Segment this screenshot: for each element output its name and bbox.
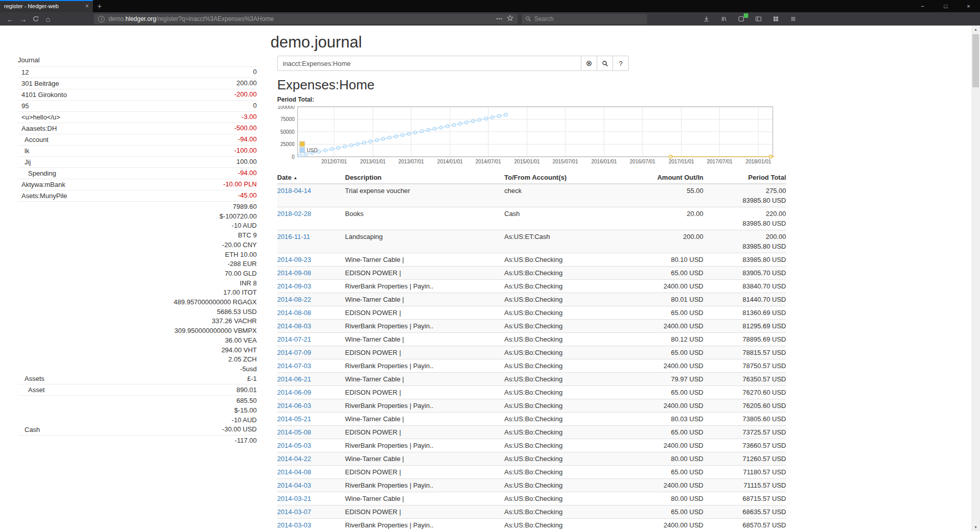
transaction-amount: 80.03 USD — [633, 413, 703, 426]
transaction-date-link[interactable]: 2014-05-21 — [277, 415, 311, 423]
transaction-date-link[interactable]: 2014-06-03 — [277, 402, 311, 409]
library-icon[interactable] — [718, 13, 730, 25]
account-balance: £-1 — [174, 374, 257, 384]
tab-bar: register - hledger-web × + − □ × — [0, 0, 980, 12]
account-balances: 685.50$-15.00-10 AUD-30.00 USD — [222, 396, 257, 435]
transaction-date-link[interactable]: 2014-07-03 — [277, 362, 311, 370]
sidebar-account-link[interactable]: Spending — [18, 168, 56, 178]
account-balances: -94.00 — [238, 168, 257, 178]
transaction-date-link[interactable]: 2014-08-08 — [277, 309, 311, 317]
account-balance: -94.00 — [238, 135, 257, 144]
sidebar-account-link[interactable]: Jij — [18, 157, 31, 167]
account-balances: 200.00 — [236, 79, 257, 88]
sidebar-account-link[interactable]: Account — [18, 135, 48, 144]
transaction-account: As:US:Bo:Checking — [504, 333, 633, 346]
sidebar-account-link[interactable]: Asets:MunyPile — [18, 191, 67, 201]
transaction-date-link[interactable]: 2014-05-08 — [277, 428, 311, 436]
transaction-date-link[interactable]: 2016-11-11 — [277, 233, 310, 240]
help-button[interactable]: ? — [613, 56, 629, 71]
extension-icon[interactable] — [735, 13, 748, 25]
svg-text:2018/01/01: 2018/01/01 — [746, 159, 771, 164]
sidebar-account-link[interactable]: Assets — [18, 374, 44, 383]
transaction-account: As:US:Bo:Checking — [504, 280, 633, 293]
scroll-up-arrow[interactable]: ▲ — [971, 26, 980, 33]
home-button[interactable]: ⌂ — [42, 13, 55, 25]
transaction-date-link[interactable]: 2014-08-22 — [277, 296, 311, 303]
sidebar-account-link[interactable]: Aktywa:mBank — [18, 180, 65, 189]
transaction-date-link[interactable]: 2014-03-03 — [277, 521, 311, 529]
sidebar-account-link[interactable]: 301 Beiträge — [18, 79, 59, 88]
search-input[interactable] — [277, 56, 581, 71]
transaction-date-link[interactable]: 2014-07-21 — [277, 335, 311, 343]
transaction-date-link[interactable]: 2018-02-28 — [277, 210, 311, 218]
forward-button[interactable]: → — [17, 13, 30, 25]
transaction-amount: 80.01 USD — [633, 293, 703, 306]
transaction-date-link[interactable]: 2014-04-08 — [277, 468, 311, 476]
transaction-date-link[interactable]: 2014-06-09 — [277, 389, 311, 396]
search-button[interactable] — [597, 56, 613, 71]
transaction-date-link[interactable]: 2014-09-23 — [277, 256, 311, 263]
page-actions-icon[interactable]: ••• — [496, 16, 502, 21]
sidebar-account-row: Aaasets:DH-500.00 — [18, 123, 257, 134]
transaction-description: Wine-Tarner Cable | — [345, 452, 504, 466]
transaction-date-link[interactable]: 2014-05-03 — [277, 442, 311, 449]
minimize-button[interactable]: − — [911, 0, 934, 12]
transaction-amount: 2400.00 USD — [633, 479, 703, 492]
window-close-button[interactable]: × — [957, 0, 980, 12]
browser-search-field[interactable]: Search — [522, 14, 647, 24]
transaction-date-link[interactable]: 2014-07-09 — [277, 349, 311, 356]
scroll-down-arrow[interactable]: ▼ — [971, 523, 980, 531]
url-bar[interactable]: i demo.hledger.org/register?q=inacct%3AE… — [94, 14, 517, 24]
menu-icon[interactable] — [787, 13, 800, 25]
reload-button[interactable] — [29, 13, 42, 25]
sidebar-account-row: Assets7989.60$-100720.00-10 AUDBTC 9-20.… — [18, 201, 257, 384]
sidebar-account-link[interactable]: 4101 Girokonto — [18, 90, 67, 100]
transaction-account: As:US:Bo:Checking — [504, 479, 633, 492]
download-icon[interactable] — [700, 13, 713, 25]
sidebar-account-link[interactable]: 12 — [18, 67, 29, 77]
transaction-date-link[interactable]: 2014-08-03 — [277, 322, 311, 330]
transaction-date-link[interactable]: 2014-04-22 — [277, 455, 311, 463]
browser-tab[interactable]: register - hledger-web × — [0, 0, 93, 12]
scrollbar-thumb[interactable] — [972, 34, 979, 87]
scrollbar[interactable]: ▲ ▼ — [971, 26, 980, 531]
transaction-date-link[interactable]: 2018-04-14 — [277, 187, 311, 195]
transaction-amount: 80.00 USD — [633, 492, 703, 505]
transaction-date-link[interactable]: 2014-04-03 — [277, 481, 311, 489]
transaction-date-link[interactable]: 2014-06-21 — [277, 375, 311, 383]
clear-button[interactable]: ⊗ — [581, 56, 597, 71]
sidebar-account-link[interactable]: Cash — [18, 425, 40, 435]
account-balance: -10.00 PLN — [223, 180, 257, 189]
transaction-account: As:US:Bo:Checking — [504, 359, 633, 373]
site-info-icon[interactable]: i — [98, 16, 105, 22]
register-row: 2014-09-03RiverBank Properties | Payin..… — [277, 280, 786, 293]
sidebar-account-link[interactable]: Asset — [18, 385, 45, 395]
sidebar-account-link[interactable]: 95 — [18, 101, 29, 111]
account-balance: -45.00 — [238, 191, 257, 201]
sidebar-toggle-icon[interactable] — [752, 13, 765, 25]
sidebar-account-link[interactable]: lk — [18, 146, 29, 156]
transaction-period-total: 83985.80 USD — [703, 253, 786, 267]
account-balances: 890.01 — [236, 385, 257, 395]
sidebar-heading-journal[interactable]: Journal — [18, 55, 257, 66]
transaction-date-link[interactable]: 2014-03-21 — [277, 495, 311, 502]
transaction-amount: 80.10 USD — [633, 253, 703, 267]
grid-icon[interactable] — [770, 13, 782, 25]
transaction-description: RiverBank Properties | Payin.. — [345, 439, 504, 452]
transaction-date-link[interactable]: 2014-09-03 — [277, 282, 311, 290]
transaction-date-link[interactable]: 2014-03-07 — [277, 508, 311, 516]
transaction-period-total: 76205.60 USD — [703, 399, 786, 413]
column-header-date[interactable]: Date ▲ — [277, 172, 345, 184]
svg-text:25000: 25000 — [280, 141, 295, 147]
transaction-date-link[interactable]: 2014-09-08 — [277, 269, 311, 277]
new-tab-button[interactable]: + — [93, 0, 106, 12]
tab-close-icon[interactable]: × — [85, 3, 89, 10]
sidebar-account-link[interactable]: Aaasets:DH — [18, 124, 57, 133]
maximize-button[interactable]: □ — [934, 0, 957, 12]
sidebar-account-link[interactable]: <u>hello</u> — [18, 112, 60, 122]
svg-text:USD: USD — [307, 148, 317, 153]
bookmark-star-icon[interactable] — [507, 15, 513, 23]
transaction-description: EDISON POWER | — [345, 346, 504, 359]
back-button[interactable]: ← — [4, 13, 17, 25]
extension-badge — [744, 13, 748, 18]
